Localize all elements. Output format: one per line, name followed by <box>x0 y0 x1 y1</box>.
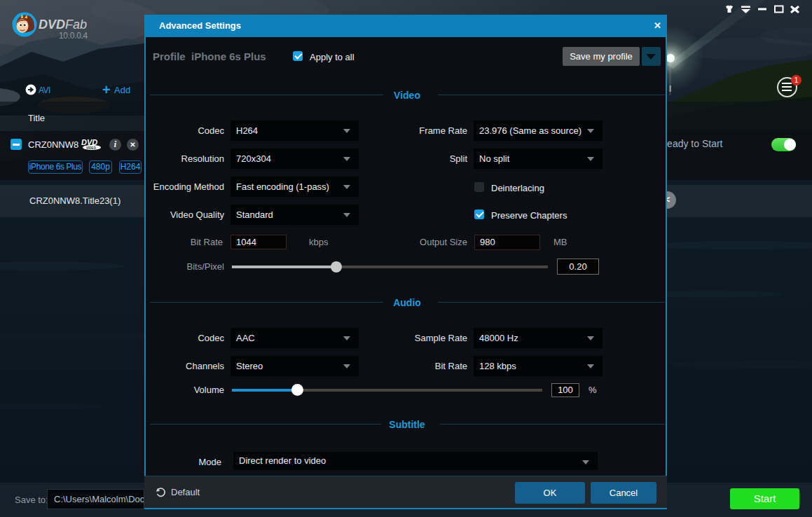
svg-text:VIDEO: VIDEO <box>86 146 97 150</box>
